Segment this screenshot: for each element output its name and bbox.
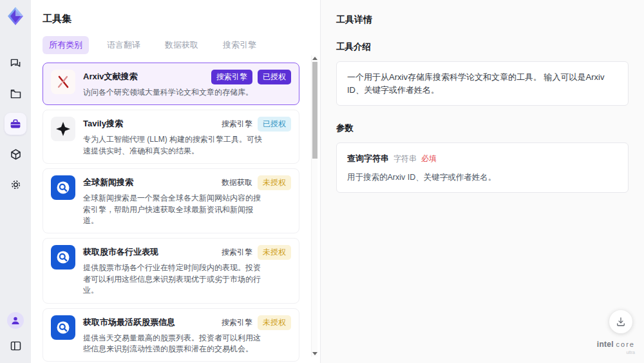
tool-title: 获取市场最活跃股票信息	[83, 315, 175, 328]
tool-card[interactable]: 获取股市各行业表现搜索引擎未授权提供股票市场各个行业在特定时间段内的表现。投资者…	[43, 238, 299, 303]
params-heading: 参数	[336, 123, 629, 134]
tool-desc: 提供股票市场各个行业在特定时间段内的表现。投资者可以利用这些信息来识别表现优于或…	[83, 262, 291, 296]
page-title: 工具集	[43, 13, 307, 25]
auth-status-badge: 未授权	[258, 315, 291, 330]
auth-status-badge: 未授权	[258, 245, 291, 260]
tool-desc: 全球新闻搜索是一个聚合全球各大新闻网站内容的搜索引擎，帮助用户快速获取全球最新资…	[83, 193, 291, 226]
app-window: 工具集 所有类别语言翻译数据获取搜索引擎 Arxiv文献搜索搜索引擎已授权访问各…	[0, 0, 644, 363]
toggle-panel-icon[interactable]	[5, 335, 26, 357]
scroll-up-icon[interactable]	[312, 57, 317, 60]
bluesearch-tool-icon	[51, 315, 75, 340]
auth-status-badge: 已授权	[258, 117, 291, 132]
tool-title: Arxiv文献搜索	[83, 70, 138, 83]
tab-3[interactable]: 搜索引擎	[216, 36, 263, 54]
sidebar-item-toolbox-icon[interactable]	[5, 113, 26, 135]
sidebar-item-folder-icon[interactable]	[5, 83, 26, 104]
tool-detail-pane: 工具详情 工具介绍 一个用于从Arxiv存储库搜索科学论文和文章的工具。 输入可…	[320, 0, 644, 363]
tool-card[interactable]: 全球新闻搜索数据获取未授权全球新闻搜索是一个聚合全球各大新闻网站内容的搜索引擎，…	[43, 168, 299, 233]
category-badge: 搜索引擎	[222, 245, 252, 260]
icon-sidebar	[0, 0, 31, 363]
auth-status-badge: 已授权	[258, 70, 291, 84]
app-logo-icon	[5, 6, 26, 26]
param-desc: 用于搜索的Arxiv ID、关键字或作者姓名。	[347, 172, 618, 184]
tool-title: 全球新闻搜索	[83, 175, 133, 188]
sidebar-item-cube-icon[interactable]	[5, 143, 26, 165]
detail-title: 工具详情	[336, 14, 629, 26]
tool-list-pane: 工具集 所有类别语言翻译数据获取搜索引擎 Arxiv文献搜索搜索引擎已授权访问各…	[31, 0, 320, 363]
auth-status-badge: 未授权	[258, 175, 291, 190]
tool-list: Arxiv文献搜索搜索引擎已授权访问各个研究领域大量科学论文和文章的存储库。Ta…	[43, 63, 307, 363]
sidebar-item-chat-icon[interactable]	[5, 52, 26, 74]
scrollbar-thumb[interactable]	[312, 62, 317, 159]
arxiv-tool-icon	[51, 70, 75, 94]
tool-title: 获取股市各行业表现	[83, 245, 158, 258]
param-box: 查询字符串 字符串 必填 用于搜索的Arxiv ID、关键字或作者姓名。	[336, 142, 629, 193]
tool-card[interactable]: Arxiv文献搜索搜索引擎已授权访问各个研究领域大量科学论文和文章的存储库。	[43, 63, 299, 105]
tool-title: Tavily搜索	[83, 117, 123, 130]
intel-core-logo: intel core ultra	[597, 340, 635, 355]
tool-desc: 提供当天交易量最高的股票列表。投资者可以利用这些信息来识别流动性强的股票和潜在的…	[83, 333, 291, 355]
category-badge: 搜索引擎	[211, 70, 252, 84]
user-avatar-icon[interactable]	[7, 312, 24, 329]
intro-heading: 工具介绍	[336, 41, 629, 53]
scroll-down-icon[interactable]	[312, 352, 317, 355]
tavily-tool-icon	[51, 117, 75, 141]
sidebar-item-gear-icon[interactable]	[5, 173, 26, 195]
tool-card[interactable]: 获取市场最活跃股票信息搜索引擎未授权提供当天交易量最高的股票列表。投资者可以利用…	[43, 308, 299, 362]
param-required-badge: 必填	[421, 153, 437, 164]
tab-2[interactable]: 数据获取	[158, 36, 205, 54]
param-type: 字符串	[393, 153, 417, 164]
download-icon	[615, 316, 627, 328]
download-button[interactable]	[609, 310, 632, 333]
intro-box: 一个用于从Arxiv存储库搜索科学论文和文章的工具。 输入可以是Arxiv ID…	[336, 61, 629, 106]
category-badge: 搜索引擎	[222, 315, 252, 330]
bluesearch-tool-icon	[51, 245, 75, 270]
tool-card[interactable]: Tavily搜索搜索引擎已授权专为人工智能代理 (LLM) 构建的搜索引擎工具。…	[43, 110, 299, 164]
bluesearch-tool-icon	[51, 175, 75, 200]
category-tabs: 所有类别语言翻译数据获取搜索引擎	[43, 36, 307, 54]
list-scrollbar[interactable]	[311, 55, 317, 357]
category-badge: 搜索引擎	[222, 117, 252, 132]
tool-desc: 专为人工智能代理 (LLM) 构建的搜索引擎工具。可快速提供实时、准确和真实的结…	[83, 134, 291, 157]
tool-desc: 访问各个研究领域大量科学论文和文章的存储库。	[83, 87, 291, 98]
intro-text: 一个用于从Arxiv存储库搜索科学论文和文章的工具。 输入可以是Arxiv ID…	[347, 72, 604, 95]
tab-1[interactable]: 语言翻译	[100, 36, 147, 54]
param-name: 查询字符串	[347, 152, 389, 165]
category-badge: 数据获取	[222, 175, 252, 190]
tab-0[interactable]: 所有类别	[43, 36, 89, 54]
